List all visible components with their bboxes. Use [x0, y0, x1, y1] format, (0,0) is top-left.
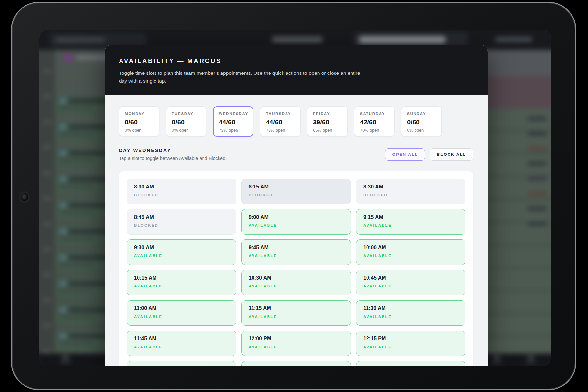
slot-8-45-am[interactable]: 8:45 AMBLOCKED [127, 209, 236, 235]
slot-status: BLOCKED [134, 223, 229, 227]
bg-appointment-icon [60, 151, 66, 155]
slot-time: 8:15 AM [249, 184, 344, 190]
slot-9-45-am[interactable]: 9:45 AMAVAILABLE [241, 239, 351, 265]
bg-appointment-icon [60, 177, 66, 181]
bg-appointment-subtitle [60, 158, 93, 161]
slot-11-15-am[interactable]: 11:15 AMAVAILABLE [241, 300, 351, 326]
bg-appointment-icon [60, 256, 66, 259]
bg-search-text [56, 38, 105, 42]
day-card-saturday[interactable]: SATURDAY42/6070% open [354, 106, 395, 137]
bg-time-label [43, 172, 50, 174]
day-card-percent: 73% open [219, 128, 248, 133]
bg-nav-label [60, 362, 71, 364]
day-card-monday[interactable]: MONDAY0/600% open [119, 106, 159, 137]
day-card-percent: 65% open [313, 128, 342, 133]
bg-nav-label [491, 362, 502, 364]
slot-time: 10:30 AM [249, 275, 344, 281]
slot-9-30-am[interactable]: 9:30 AMAVAILABLE [127, 239, 236, 265]
slot-8-15-am[interactable]: 8:15 AMBLOCKED [241, 179, 351, 204]
slot-time: 8:45 AM [134, 214, 229, 220]
bg-time-label [43, 121, 50, 123]
slot-time: 12:00 PM [249, 336, 344, 342]
slot-9-15-am[interactable]: 9:15 AMAVAILABLE [356, 209, 466, 235]
bg-toolbar-text [359, 36, 446, 44]
bg-time-label [43, 70, 50, 72]
slot-12-30-pm[interactable]: 12:30 PMAVAILABLE [127, 361, 236, 366]
slot-status: BLOCKED [249, 193, 344, 197]
bg-panel-tag [528, 222, 547, 225]
bg-nav-icon [62, 356, 69, 360]
bg-time-label [43, 324, 50, 327]
day-card-tuesday[interactable]: TUESDAY0/600% open [166, 106, 206, 137]
slot-8-30-am[interactable]: 8:30 AMBLOCKED [356, 179, 466, 204]
slot-9-00-am[interactable]: 9:00 AMAVAILABLE [241, 209, 351, 235]
slot-status: AVAILABLE [134, 345, 229, 349]
slot-status: AVAILABLE [363, 284, 458, 288]
bg-appointment-subtitle [60, 289, 93, 292]
bg-appointment-icon [60, 99, 66, 103]
day-summary-row: MONDAY0/600% openTUESDAY0/600% openWEDNE… [119, 106, 473, 137]
day-section-header: DAY WEDNESDAY Tap a slot to toggle betwe… [119, 148, 473, 161]
slot-time: 12:15 PM [363, 336, 458, 342]
slot-11-00-am[interactable]: 11:00 AMAVAILABLE [127, 300, 236, 326]
bg-panel-tag [528, 207, 547, 210]
slot-time: 10:15 AM [134, 275, 229, 281]
section-title: DAY WEDNESDAY [119, 148, 227, 153]
bg-nav-label [525, 362, 536, 364]
bg-panel-tag [528, 192, 547, 195]
slot-status: AVAILABLE [363, 223, 458, 227]
bg-panel-tag [528, 177, 547, 180]
day-card-label: FRIDAY [313, 112, 342, 116]
bg-time-label [43, 273, 50, 276]
day-card-percent: 0% open [125, 128, 154, 133]
modal-description: Toggle time slots to plan this team memb… [119, 69, 368, 85]
slot-time: 11:15 AM [249, 305, 344, 311]
bg-appointment-icon [60, 204, 66, 207]
day-card-label: SATURDAY [360, 112, 389, 116]
front-camera-icon [21, 193, 28, 201]
bg-nav-icon [528, 356, 534, 360]
slot-status: AVAILABLE [363, 315, 458, 318]
bg-appointment-subtitle [60, 237, 93, 240]
slot-11-45-am[interactable]: 11:45 AMAVAILABLE [127, 331, 236, 356]
day-card-label: TUESDAY [172, 112, 201, 116]
day-card-value: 0/60 [125, 119, 154, 126]
slot-status: AVAILABLE [134, 254, 229, 258]
bg-time-label [43, 146, 50, 149]
slot-status: AVAILABLE [134, 315, 229, 318]
bg-appointment-icon [60, 334, 66, 338]
bg-appointment-subtitle [60, 341, 93, 344]
slot-time: 10:00 AM [363, 245, 458, 251]
slot-10-15-am[interactable]: 10:15 AMAVAILABLE [127, 270, 236, 295]
slot-8-00-am[interactable]: 8:00 AMBLOCKED [127, 179, 236, 204]
slot-status: AVAILABLE [249, 315, 344, 318]
day-card-percent: 0% open [172, 128, 201, 133]
day-card-value: 0/60 [407, 119, 436, 126]
slot-time: 8:00 AM [134, 184, 229, 190]
day-card-label: WEDNESDAY [219, 112, 248, 116]
day-card-friday[interactable]: FRIDAY39/6065% open [307, 106, 348, 137]
slot-status: AVAILABLE [249, 345, 344, 349]
slot-10-30-am[interactable]: 10:30 AMAVAILABLE [241, 270, 351, 295]
slot-12-00-pm[interactable]: 12:00 PMAVAILABLE [241, 331, 351, 356]
day-card-thursday[interactable]: THURSDAY44/6073% open [260, 106, 301, 137]
bg-nav-icon [493, 356, 500, 360]
open-all-button[interactable]: OPEN ALL [385, 148, 425, 161]
day-card-sunday[interactable]: SUNDAY0/600% open [401, 106, 442, 137]
slot-12-45-pm[interactable]: 12:45 PMAVAILABLE [241, 361, 351, 366]
slot-time: 9:15 AM [363, 214, 458, 220]
slot-1-00-pm[interactable]: 1:00 PMAVAILABLE [356, 361, 466, 366]
day-card-value: 42/60 [360, 119, 389, 126]
day-card-wednesday[interactable]: WEDNESDAY44/6073% open [213, 106, 253, 137]
slot-time: 11:30 AM [363, 305, 458, 311]
slot-10-00-am[interactable]: 10:00 AMAVAILABLE [356, 239, 466, 265]
slot-11-30-am[interactable]: 11:30 AMAVAILABLE [356, 300, 466, 326]
day-card-value: 39/60 [313, 119, 342, 126]
slot-12-15-pm[interactable]: 12:15 PMAVAILABLE [356, 331, 466, 356]
tablet-device-frame: AVAILABILITY — MARCUS Toggle time slots … [11, 2, 576, 390]
slot-10-45-am[interactable]: 10:45 AMAVAILABLE [356, 270, 466, 295]
day-card-percent: 0% open [407, 128, 436, 133]
slot-status: BLOCKED [134, 193, 229, 197]
bg-appointment-icon [60, 230, 66, 233]
block-all-button[interactable]: BLOCK ALL [430, 148, 473, 161]
